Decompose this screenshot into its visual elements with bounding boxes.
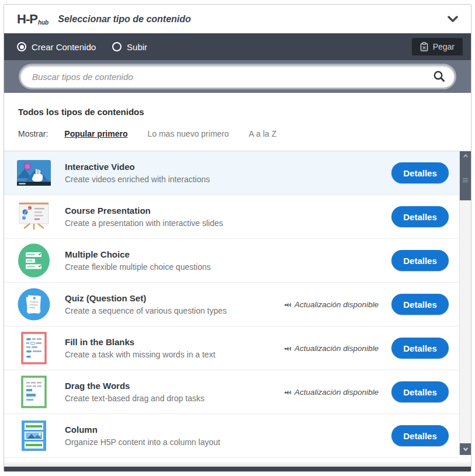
scroll-up-arrow-icon [463, 154, 468, 158]
list-title: Todos los tipos de contenidos [18, 107, 457, 117]
sort-label: Mostrar: [18, 129, 48, 138]
content-type-text: Interactive VideoCreate videos enriched … [65, 162, 391, 184]
content-type-title: Interactive Video [65, 162, 391, 172]
interactive-video-icon [16, 155, 52, 191]
content-type-row[interactable]: Course PresentationCreate a presentation… [4, 195, 459, 239]
content-type-title: Quiz (Question Set) [65, 293, 285, 303]
details-button[interactable]: Detalles [391, 381, 449, 402]
list-header: Todos los tipos de contenidos Mostrar: P… [4, 93, 471, 151]
update-available-label: Actualización disponible [294, 388, 379, 397]
content-type-list: Interactive VideoCreate videos enriched … [4, 151, 459, 458]
hub-title: Seleccionar tipo de contenido [58, 14, 191, 25]
search-input[interactable] [20, 65, 455, 88]
radio-unselected-icon [112, 42, 122, 51]
content-type-title: Fill in the Blanks [65, 337, 285, 347]
content-type-description: Create a sequence of various question ty… [65, 306, 285, 315]
content-type-row[interactable]: ColumnOrganize H5P content into a column… [4, 414, 459, 458]
hub-header: H-P hub Seleccionar tipo de contenido [4, 5, 471, 33]
h5p-hub-dialog: H-P hub Seleccionar tipo de contenido Cr… [4, 4, 471, 472]
content-type-row[interactable]: Fill in the BlanksCreate a task with mis… [4, 326, 459, 370]
sort-option-2[interactable]: A a la Z [249, 129, 276, 138]
content-type-text: Drag the WordsCreate text-based drag and… [65, 381, 285, 403]
paste-button[interactable]: Pegar [412, 38, 463, 55]
content-type-title: Drag the Words [65, 381, 285, 391]
content-type-text: ColumnOrganize H5P content into a column… [65, 425, 391, 447]
search-bar [4, 60, 471, 93]
update-available-label: Actualización disponible [294, 300, 379, 309]
drag-the-words-icon [16, 374, 52, 410]
paste-label: Pegar [433, 42, 455, 51]
dialog-footer [4, 461, 471, 471]
sort-row: Mostrar: Popular primeroLo mas nuevo pri… [18, 129, 457, 138]
content-type-description: Create a task with missing words in a te… [65, 350, 285, 359]
content-type-description: Create a presentation with interactive s… [65, 218, 391, 228]
search-pill [20, 65, 455, 88]
update-available-badge: ⤟Actualización disponible [285, 343, 379, 353]
details-button[interactable]: Detalles [391, 425, 449, 446]
column-icon [16, 418, 52, 454]
refresh-icon: ⤟ [285, 343, 291, 353]
create-content-radio[interactable]: Crear Contenido [17, 42, 96, 52]
scroll-down-button[interactable] [460, 443, 471, 455]
scroll-up-button[interactable] [460, 151, 471, 160]
upload-label: Subir [127, 42, 147, 52]
mode-toolbar: Crear Contenido Subir Pegar [4, 33, 471, 60]
details-button[interactable]: Detalles [391, 338, 449, 359]
details-button[interactable]: Detalles [391, 294, 449, 315]
h5p-logo-hub-text: hub [38, 19, 48, 26]
update-available-badge: ⤟Actualización disponible [285, 300, 379, 310]
content-type-row[interactable]: Multiple ChoiceCreate flexible multiple … [4, 239, 459, 283]
content-type-text: Fill in the BlanksCreate a task with mis… [65, 337, 285, 359]
content-type-description: Create videos enriched with interactions [65, 175, 391, 184]
radio-selected-icon [17, 42, 26, 51]
content-type-text: Quiz (Question Set)Create a sequence of … [65, 293, 285, 315]
h5p-logo-text: H-P [17, 12, 37, 27]
content-type-row[interactable]: Drag the WordsCreate text-based drag and… [4, 370, 459, 414]
multiple-choice-icon [16, 242, 52, 279]
clipboard-paste-icon [420, 42, 428, 51]
content-type-title: Multiple Choice [65, 249, 391, 259]
content-type-description: Create flexible multiple choice question… [65, 262, 391, 272]
content-type-text: Course PresentationCreate a presentation… [65, 206, 391, 228]
create-content-label: Crear Contenido [32, 42, 96, 52]
upload-radio[interactable]: Subir [112, 42, 147, 52]
quiz-icon [16, 286, 52, 322]
course-presentation-icon [16, 199, 52, 235]
scroll-down-arrow-icon [463, 447, 468, 451]
content-type-text: Multiple ChoiceCreate flexible multiple … [65, 249, 391, 272]
refresh-icon: ⤟ [285, 300, 291, 310]
content-type-description: Create text-based drag and drop tasks [65, 394, 285, 403]
fill-in-the-blanks-icon [16, 330, 52, 366]
update-available-label: Actualización disponible [294, 344, 379, 353]
collapse-hub-button[interactable] [448, 16, 458, 23]
content-type-row[interactable]: Quiz (Question Set)Create a sequence of … [4, 283, 459, 326]
details-button[interactable]: Detalles [391, 162, 449, 183]
content-type-row[interactable]: Interactive VideoCreate videos enriched … [4, 151, 459, 195]
h5p-logo: H-P hub [17, 12, 48, 27]
content-type-list-wrap: Interactive VideoCreate videos enriched … [4, 151, 471, 461]
sort-option-0[interactable]: Popular primero [64, 129, 127, 138]
content-type-title: Course Presentation [65, 206, 391, 216]
details-button[interactable]: Detalles [391, 250, 449, 271]
chevron-down-icon [448, 16, 458, 23]
search-icon[interactable] [433, 70, 445, 85]
content-type-description: Organize H5P content into a column layou… [65, 437, 391, 447]
scrollbar[interactable] [459, 151, 471, 455]
details-button[interactable]: Detalles [391, 206, 449, 227]
scrollbar-thumb[interactable] [460, 160, 471, 200]
refresh-icon: ⤟ [285, 387, 291, 397]
content-type-title: Column [65, 425, 391, 435]
update-available-badge: ⤟Actualización disponible [285, 387, 379, 397]
sort-option-1[interactable]: Lo mas nuevo primero [147, 129, 228, 138]
